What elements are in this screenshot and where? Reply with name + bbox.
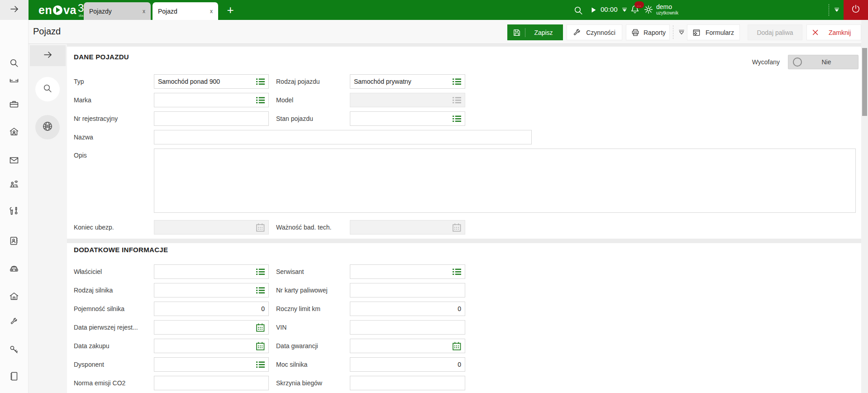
wrench-icon — [9, 317, 18, 329]
field-typ[interactable]: Samochód ponad 900 — [154, 74, 269, 89]
zapisz-button[interactable]: Zapisz — [507, 24, 563, 40]
field-data-zakupu[interactable] — [154, 339, 269, 353]
home-user-icon — [9, 126, 19, 138]
field-label-rodzaj-silnika: Rodzaj silnika — [74, 283, 152, 297]
user-role: uzytkownik — [656, 10, 678, 15]
expand-panel-button[interactable] — [30, 45, 66, 66]
formularz-button[interactable]: Formularz — [687, 24, 740, 40]
field-data-gwarancji[interactable] — [350, 339, 465, 353]
workstation-icon — [9, 178, 19, 190]
list-icon[interactable] — [256, 97, 265, 104]
field-label-koniec-ubezp: Koniec ubezp. — [74, 220, 152, 235]
field-norma-emisji-co2[interactable] — [154, 376, 269, 390]
field-label-typ: Typ — [74, 74, 152, 89]
sidebar-item-notebook[interactable] — [9, 371, 20, 383]
user-menu[interactable]: demo uzytkownik — [656, 3, 678, 15]
calendar-icon[interactable] — [256, 342, 265, 350]
collapse-icon — [677, 29, 686, 37]
field-vin[interactable] — [350, 320, 465, 335]
tab-pojazdy[interactable]: Pojazdy x — [84, 2, 151, 20]
field-rodzaj-pojazdu[interactable]: Samochód prywatny — [350, 74, 465, 89]
scrollbar-thumb[interactable] — [862, 48, 867, 116]
field-nr-karty-paliwowej[interactable] — [350, 283, 465, 297]
list-icon[interactable] — [256, 361, 265, 368]
list-icon[interactable] — [453, 268, 461, 275]
field-data-pierwszej-rejestracji[interactable] — [154, 320, 269, 335]
sidebar-item-key[interactable] — [9, 344, 20, 356]
sidebar-item-mail[interactable] — [9, 155, 20, 167]
calendar-icon[interactable] — [256, 323, 265, 332]
field-dysponent[interactable] — [154, 357, 269, 372]
chevron-down-icon[interactable] — [834, 8, 839, 12]
field-rodzaj-silnika[interactable] — [154, 283, 269, 297]
sidebar-item-home-user[interactable] — [9, 126, 20, 138]
field-value: Samochód ponad 900 — [158, 78, 253, 85]
field-nazwa[interactable] — [154, 130, 532, 144]
sidebar-item-car[interactable] — [9, 264, 20, 275]
field-roczny-limit-km[interactable]: 0 — [350, 302, 465, 316]
sidebar-toggle-button[interactable] — [0, 0, 29, 20]
field-opis[interactable] — [154, 149, 856, 213]
search-icon[interactable] — [573, 5, 584, 16]
sidebar-item-contact-card[interactable] — [9, 235, 20, 247]
list-icon[interactable] — [256, 78, 265, 85]
chevron-down-icon[interactable] — [622, 8, 627, 12]
gear-icon[interactable] — [644, 5, 653, 14]
field-label-roczny-limit-km: Roczny limit km — [276, 302, 348, 316]
sidebar-item-home[interactable] — [9, 291, 20, 302]
field-label-data-pierwszej-rejestracji: Data pierwszej rejest... — [74, 320, 152, 335]
field-koniec-ubezp[interactable] — [154, 220, 269, 235]
tab-close-icon[interactable]: x — [139, 8, 145, 14]
tab-close-icon[interactable]: x — [206, 8, 213, 14]
sidebar-item-tools[interactable] — [9, 206, 20, 217]
field-label-nr-rejestracyjny: Nr rejestracyjny — [74, 111, 152, 126]
field-value: 0 — [354, 361, 461, 368]
new-tab-button[interactable]: + — [224, 3, 237, 17]
dodaj-paliwa-button[interactable]: Dodaj paliwa — [748, 24, 802, 40]
field-serwisant[interactable] — [350, 264, 465, 279]
list-icon[interactable] — [256, 287, 265, 294]
calendar-icon[interactable] — [453, 342, 461, 350]
tab-pojazd[interactable]: Pojazd x — [153, 2, 218, 20]
search-icon — [42, 83, 53, 96]
panel-globe-button[interactable] — [35, 115, 60, 139]
app-window: en va 365 dla biznesu Pojazdy x Pojazd x… — [0, 0, 868, 393]
sidebar-item-workstation[interactable] — [9, 178, 20, 190]
search-icon — [9, 58, 19, 69]
raporty-button[interactable]: Raporty — [626, 24, 670, 40]
field-stan-pojazdu[interactable] — [350, 111, 465, 126]
field-skrzynia-biegow[interactable] — [350, 376, 465, 390]
play-icon[interactable] — [590, 6, 598, 14]
field-nr-rejestracyjny[interactable] — [154, 111, 269, 126]
field-waznosc-bad-tech[interactable] — [350, 220, 465, 235]
field-wlasciciel[interactable] — [154, 264, 269, 279]
panel-search-button[interactable] — [35, 77, 60, 101]
sidebar-item-wrench[interactable] — [9, 317, 20, 329]
timer[interactable]: 00:00 — [601, 5, 618, 13]
list-icon[interactable] — [453, 115, 461, 122]
wycofany-toggle[interactable]: Nie — [788, 55, 858, 69]
briefcase-icon — [9, 99, 19, 110]
field-pojemnosc-silnika[interactable]: 0 — [154, 302, 269, 316]
section-dane-pojazdu: DANE POJAZDU Wycofany Nie TypSamochód po… — [67, 47, 861, 239]
field-model[interactable] — [350, 93, 465, 107]
zamknij-button[interactable]: Zamknij — [806, 24, 861, 40]
vertical-scrollbar[interactable] — [861, 20, 868, 393]
tray-icon — [9, 75, 19, 86]
logo-text: en — [38, 4, 52, 17]
sidebar-item-briefcase[interactable] — [9, 99, 20, 110]
sidebar-item-search[interactable] — [9, 58, 20, 69]
sidebar-item-tray[interactable] — [9, 75, 20, 86]
tab-label: Pojazd — [158, 8, 177, 15]
czynnosci-button[interactable]: Czynności — [567, 24, 622, 40]
power-icon — [850, 4, 861, 16]
more-reports-button[interactable] — [676, 24, 687, 40]
field-moc-silnika[interactable]: 0 — [350, 357, 465, 372]
calendar-icon — [256, 223, 265, 232]
notebook-icon — [9, 371, 19, 383]
logout-button[interactable] — [844, 0, 868, 20]
field-marka[interactable] — [154, 93, 269, 107]
list-icon[interactable] — [453, 78, 461, 85]
list-icon[interactable] — [256, 268, 265, 275]
floppy-icon — [512, 28, 525, 37]
